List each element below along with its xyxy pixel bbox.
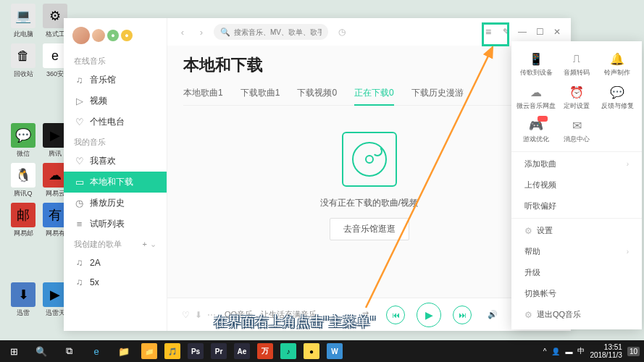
app-icon: 🗑 — [11, 43, 35, 68]
desktop-icon[interactable]: 💻此电脑 — [7, 4, 39, 39]
playlist-item[interactable]: ♫2A — [64, 253, 167, 272]
taskbar-app[interactable]: 🎵 — [161, 340, 184, 362]
next-button[interactable]: ⏭ — [453, 306, 472, 324]
tabs: 本地歌曲1 下载歌曲1 下载视频0 正在下载0 下载历史漫游 — [183, 83, 555, 106]
tab-download-video[interactable]: 下载视频0 — [297, 83, 337, 105]
menu-grid-item[interactable]: ☁微云音乐网盘 — [516, 82, 556, 114]
app-icon: ♪ — [280, 343, 296, 359]
prev-button[interactable]: ⏮ — [386, 306, 405, 324]
menu-list-item[interactable]: ⚙退出QQ音乐 — [511, 304, 642, 325]
history-button[interactable]: ◷ — [334, 24, 350, 40]
tray-up-icon[interactable]: ^ — [543, 348, 547, 355]
start-button[interactable]: ⊞ — [0, 340, 28, 362]
desktop-icon[interactable]: 🐧腾讯Q — [7, 163, 39, 198]
like-button[interactable]: ♡ — [182, 310, 190, 320]
tab-download-history[interactable]: 下载历史漫游 — [411, 83, 464, 105]
menu-list-item[interactable]: 添加歌曲› — [511, 153, 642, 174]
minimize-button[interactable]: — — [517, 27, 527, 37]
menu-list-item[interactable]: ⚙设置 — [511, 220, 642, 241]
chat-bubble-icon[interactable]: ● — [107, 30, 119, 41]
tray-ime[interactable]: 中 — [577, 346, 585, 356]
goto-hall-button[interactable]: 去音乐馆逛逛 — [330, 218, 409, 240]
search-button[interactable]: 🔍 — [28, 340, 55, 362]
tray-people-icon[interactable]: 👤 — [551, 348, 560, 355]
taskbar: ⊞ 🔍 ⧉ e 📁 📁🎵PsPrAe万♪●W ^ 👤 ▬ 中 13:51 201… — [0, 340, 644, 362]
list-icon: ≡ — [74, 219, 85, 230]
user-avatar[interactable] — [72, 27, 90, 44]
nav-local-download[interactable]: ▭本地和下载 — [64, 172, 167, 193]
menu-list-item[interactable]: 上传视频 — [511, 174, 642, 195]
menu-item-label: 设置 — [537, 225, 553, 236]
taskbar-app[interactable]: 万 — [254, 340, 277, 362]
menu-grid-item[interactable]: 📱传歌到设备 — [516, 49, 556, 80]
menu-grid-item[interactable]: 💬反馈与修复 — [597, 82, 637, 114]
icon-label: 网易邮 — [14, 229, 33, 238]
menu-list-item[interactable]: 帮助› — [511, 241, 642, 262]
main-menu-button[interactable]: ≡ — [481, 25, 495, 39]
menu-grid-item[interactable]: ⎍音频转码 — [556, 49, 597, 80]
menu-icon: ☁ — [527, 85, 545, 99]
menu-grid-item[interactable]: ⏰定时设置 — [556, 82, 597, 114]
taskbar-app[interactable]: Ps — [184, 340, 207, 362]
menu-label: 消息中心 — [564, 135, 590, 144]
taskbar-app[interactable]: ♪ — [277, 340, 300, 362]
menu-item-label: 升级 — [524, 267, 540, 278]
back-button[interactable]: ‹ — [176, 25, 189, 38]
maximize-button[interactable]: ☐ — [535, 27, 545, 37]
tab-download-songs[interactable]: 下载歌曲1 — [241, 83, 280, 105]
search-box[interactable]: 🔍 — [214, 24, 328, 40]
main-menu-dropdown: 📱传歌到设备⎍音频转码🔔铃声制作☁微云音乐网盘⏰定时设置💬反馈与修复🎮游戏优化✉… — [511, 41, 642, 329]
edge-button[interactable]: e — [83, 340, 110, 362]
nav-like[interactable]: ♡我喜欢 — [64, 151, 167, 172]
explorer-button[interactable]: 📁 — [110, 340, 138, 362]
menu-icon: 📱 — [527, 51, 545, 66]
app-icon: ⬇ — [11, 282, 35, 307]
menu-grid-item[interactable]: ✉消息中心 — [556, 115, 597, 147]
taskbar-app[interactable]: ● — [300, 340, 323, 362]
menu-list-item[interactable]: 切换帐号 — [511, 283, 642, 304]
nav-history[interactable]: ◷播放历史 — [64, 193, 167, 214]
menu-grid-item[interactable]: 🔔铃声制作 — [597, 49, 637, 80]
desktop-icon[interactable]: ⬇迅雷 — [7, 282, 39, 318]
close-button[interactable]: ✕ — [552, 27, 562, 37]
taskbar-app[interactable]: Ae — [230, 340, 254, 362]
taskbar-app[interactable]: Pr — [207, 340, 230, 362]
desktop-icon[interactable]: 邮网易邮 — [7, 203, 39, 238]
desktop-icon[interactable]: 💬微信 — [7, 123, 39, 159]
chevron-down-icon[interactable]: ⌄ — [150, 240, 156, 249]
nav-radio[interactable]: ♡个性电台 — [64, 111, 167, 132]
search-input[interactable] — [234, 28, 322, 36]
app-icon: 💻 — [11, 4, 35, 28]
download-button[interactable]: ⬇ — [195, 310, 202, 320]
nav-video[interactable]: ▷视频 — [64, 90, 167, 111]
clock[interactable]: 13:51 2018/11/3 — [590, 343, 622, 359]
play-button[interactable]: ▶ — [417, 303, 441, 327]
menu-list-item[interactable]: 升级 — [511, 262, 642, 283]
avatar-row[interactable]: ● ● — [64, 24, 167, 51]
nav-music-hall[interactable]: ♫音乐馆 — [64, 70, 167, 90]
tray-battery-icon[interactable]: ▬ — [565, 348, 572, 355]
notifications-button[interactable]: 10 — [627, 347, 640, 356]
text-annotation: 在界面右上角点击"主菜单" — [214, 313, 376, 330]
forward-button[interactable]: › — [195, 25, 208, 38]
taskview-button[interactable]: ⧉ — [55, 340, 83, 362]
empty-text: 没有正在下载的歌曲/视频 — [320, 197, 418, 209]
menu-list-item[interactable]: 听歌偏好 — [511, 195, 642, 216]
app-icon: Pr — [211, 343, 227, 359]
desktop-icon[interactable]: 🗑回收站 — [7, 43, 39, 79]
playlist-item[interactable]: ♫5x — [64, 272, 167, 292]
menu-grid-item[interactable]: 🎮游戏优化 — [516, 115, 556, 147]
vip-icon: ● — [121, 30, 133, 41]
menu-icon: ✉ — [568, 118, 585, 132]
skin-button[interactable]: ✎ — [501, 27, 511, 37]
taskbar-app[interactable]: 📁 — [138, 340, 161, 362]
taskbar-app[interactable]: W — [323, 340, 346, 362]
tab-local-songs[interactable]: 本地歌曲1 — [183, 83, 223, 105]
add-playlist-icon[interactable]: + — [143, 240, 147, 249]
nav-trial[interactable]: ≡试听列表 — [64, 214, 167, 235]
app-icon: Ae — [234, 343, 250, 359]
nav-label: 试听列表 — [90, 218, 125, 230]
volume-button[interactable]: 🔊 — [483, 306, 502, 324]
tab-downloading[interactable]: 正在下载0 — [354, 83, 394, 105]
icon-label: 网易有 — [46, 229, 65, 238]
